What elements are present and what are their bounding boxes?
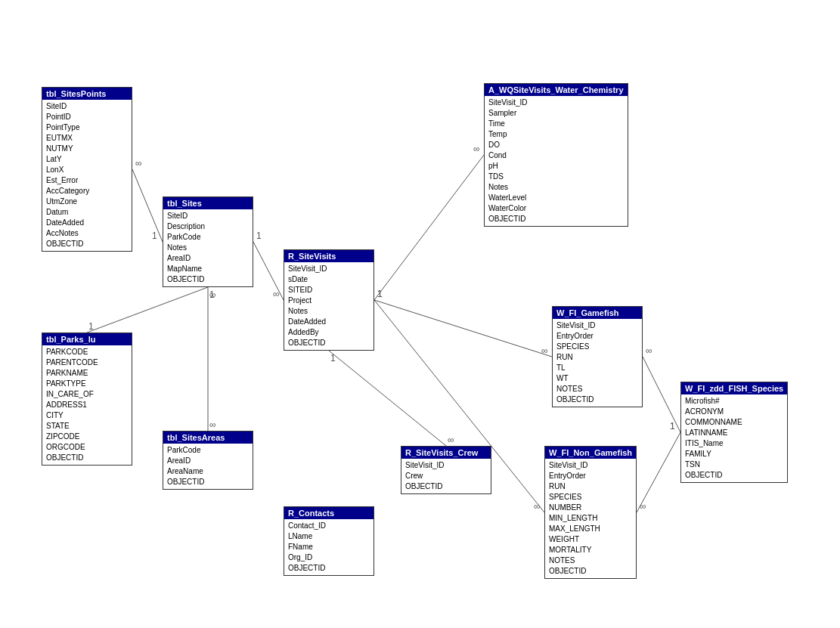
field-row: TDS (488, 172, 624, 182)
field-row: PARKNAME (46, 368, 128, 379)
field-row: Time (488, 119, 624, 129)
field-row: OBJECTID (167, 477, 249, 487)
field-row: SiteVisit_ID (488, 97, 624, 108)
svg-line-27 (637, 432, 680, 512)
field-row: MORTALITY (549, 545, 632, 555)
field-row: Datum (46, 207, 128, 218)
table-W_FI_zdd_FISH_Species: W_FI_zdd_FISH_SpeciesMicrofish#ACRONYMCO… (680, 382, 788, 483)
table-header-W_FI_Gamefish: W_FI_Gamefish (553, 307, 642, 319)
svg-text:∞: ∞ (448, 435, 454, 445)
field-row: PointType (46, 122, 128, 133)
field-row: Microfish# (685, 396, 783, 407)
field-row: RUN (556, 352, 638, 363)
field-row: SiteID (46, 101, 128, 112)
table-fields-A_WQSiteVisits_Water_Chemistry: SiteVisit_IDSamplerTimeTempDOCondpHTDSNo… (485, 96, 628, 226)
svg-text:1: 1 (377, 289, 383, 299)
field-row: LName (288, 531, 370, 542)
table-fields-W_FI_Non_Gamefish: SiteVisit_IDEntryOrderRUNSPECIESNUMBERMI… (545, 459, 636, 578)
field-row: ITIS_Name (685, 438, 783, 449)
table-fields-W_FI_Gamefish: SiteVisit_IDEntryOrderSPECIESRUNTLWTNOTE… (553, 319, 642, 407)
field-row: SiteVisit_ID (405, 460, 487, 471)
table-R_SiteVisits_Crew: R_SiteVisits_CrewSiteVisit_IDCrewOBJECTI… (401, 446, 491, 494)
field-row: AccNotes (46, 228, 128, 239)
field-row: DateAdded (46, 218, 128, 228)
table-W_FI_Gamefish: W_FI_GamefishSiteVisit_IDEntryOrderSPECI… (552, 306, 643, 407)
svg-text:1: 1 (670, 421, 675, 432)
field-row: OBJECTID (685, 470, 783, 481)
field-row: STATE (46, 421, 128, 432)
field-row: EntryOrder (556, 331, 638, 342)
field-row: WaterLevel (488, 193, 624, 203)
field-row: UtmZone (46, 196, 128, 207)
table-A_WQSiteVisits_Water_Chemistry: A_WQSiteVisits_Water_ChemistrySiteVisit_… (484, 83, 628, 227)
field-row: ORGCODE (46, 442, 128, 453)
table-header-R_Contacts: R_Contacts (284, 507, 374, 519)
field-row: NOTES (556, 384, 638, 394)
table-fields-tbl_Sites: SiteIDDescriptionParkCodeNotesAreaIDMapN… (163, 209, 253, 286)
field-row: Project (288, 295, 370, 306)
table-tbl_Sites: tbl_SitesSiteIDDescriptionParkCodeNotesA… (163, 196, 253, 287)
table-R_Contacts: R_ContactsContact_IDLNameFNameOrg_IDOBJE… (284, 506, 374, 576)
field-row: EntryOrder (549, 471, 632, 481)
table-fields-tbl_SitesPoints: SiteIDPointIDPointTypeEUTMXNUTMYLatYLonX… (42, 100, 132, 251)
svg-line-12 (374, 155, 484, 300)
field-row: pH (488, 161, 624, 172)
svg-text:∞: ∞ (534, 501, 541, 512)
table-header-tbl_Sites: tbl_Sites (163, 197, 253, 209)
field-row: AreaID (167, 253, 249, 264)
field-row: ADDRESS1 (46, 400, 128, 410)
field-row: Sampler (488, 108, 624, 119)
table-fields-tbl_SitesAreas: ParkCodeAreaIDAreaNameOBJECTID (163, 444, 253, 489)
field-row: Crew (405, 471, 487, 481)
svg-text:1: 1 (88, 321, 94, 332)
field-row: SiteID (167, 211, 249, 221)
field-row: Notes (167, 243, 249, 253)
field-row: DateAdded (288, 317, 370, 327)
table-header-W_FI_Non_Gamefish: W_FI_Non_Gamefish (545, 447, 636, 459)
svg-text:∞: ∞ (541, 345, 548, 356)
field-row: OBJECTID (167, 274, 249, 285)
svg-text:1: 1 (330, 353, 336, 363)
svg-line-21 (329, 351, 446, 446)
field-row: OBJECTID (46, 453, 128, 463)
field-row: Contact_ID (288, 521, 370, 531)
svg-text:1: 1 (377, 289, 383, 299)
field-row: SPECIES (556, 342, 638, 352)
field-row: WT (556, 373, 638, 384)
table-header-tbl_SitesAreas: tbl_SitesAreas (163, 432, 253, 444)
table-tbl_Parks_lu: tbl_Parks_luPARKCODEPARENTCODEPARKNAMEPA… (42, 333, 132, 466)
field-row: LATINNAME (685, 428, 783, 438)
field-row: MapName (167, 264, 249, 274)
field-row: ZIPCODE (46, 432, 128, 442)
field-row: COMMONNAME (685, 417, 783, 428)
table-header-tbl_Parks_lu: tbl_Parks_lu (42, 333, 132, 345)
field-row: PARKCODE (46, 347, 128, 357)
field-row: Description (167, 221, 249, 232)
field-row: NUTMY (46, 144, 128, 154)
field-row: TL (556, 363, 638, 373)
svg-text:1: 1 (209, 289, 215, 300)
field-row: OBJECTID (288, 338, 370, 348)
field-row: PARKTYPE (46, 379, 128, 389)
diagram-area: ∞11∞1∞∞11∞1∞1∞1∞∞1∞1 tbl_SitesPointsSite… (0, 38, 840, 628)
svg-text:∞: ∞ (209, 419, 216, 430)
field-row: AddedBy (288, 327, 370, 338)
field-row: CITY (46, 410, 128, 421)
field-row: ACRONYM (685, 407, 783, 417)
table-header-W_FI_zdd_FISH_Species: W_FI_zdd_FISH_Species (681, 382, 787, 394)
field-row: SPECIES (549, 492, 632, 503)
field-row: EUTMX (46, 133, 128, 144)
table-header-tbl_SitesPoints: tbl_SitesPoints (42, 88, 132, 100)
field-row: OBJECTID (288, 563, 370, 574)
field-row: MIN_LENGTH (549, 513, 632, 524)
field-row: sDate (288, 274, 370, 285)
table-tbl_SitesPoints: tbl_SitesPointsSiteIDPointIDPointTypeEUT… (42, 87, 132, 252)
table-fields-W_FI_zdd_FISH_Species: Microfish#ACRONYMCOMMONNAMELATINNAMEITIS… (681, 394, 787, 482)
svg-text:∞: ∞ (135, 158, 142, 169)
svg-text:∞: ∞ (646, 345, 652, 356)
table-header-R_SiteVisits: R_SiteVisits (284, 250, 374, 262)
svg-text:1: 1 (670, 421, 675, 432)
table-fields-tbl_Parks_lu: PARKCODEPARENTCODEPARKNAMEPARKTYPEIN_CAR… (42, 345, 132, 465)
field-row: OBJECTID (488, 214, 624, 224)
field-row: DO (488, 140, 624, 150)
